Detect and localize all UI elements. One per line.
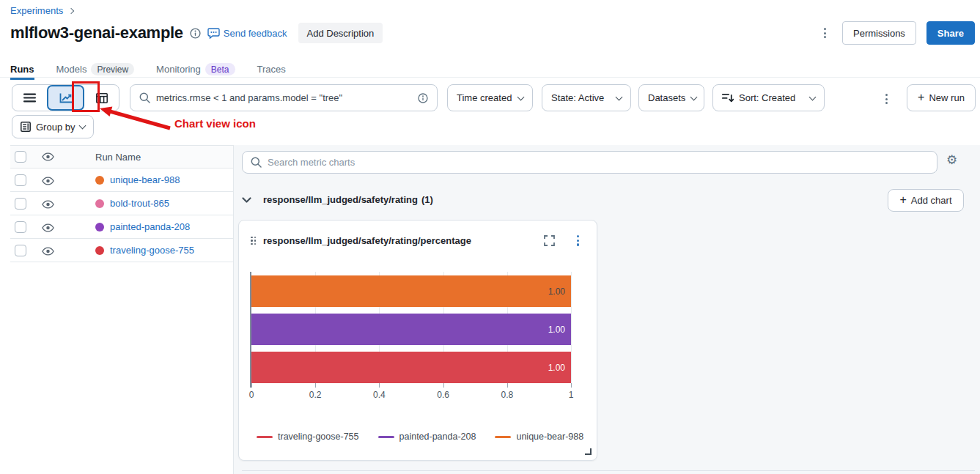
tab-traces[interactable]: Traces — [257, 64, 286, 75]
metric-charts-search-input[interactable] — [268, 157, 929, 168]
run-color-dot — [95, 223, 104, 232]
bar-painted-panda-208[interactable]: 1.00 — [251, 314, 571, 345]
plus-icon: + — [918, 91, 924, 104]
legend-item[interactable]: traveling-goose-755 — [257, 432, 359, 442]
send-feedback-label: Send feedback — [224, 28, 287, 39]
drag-handle-icon[interactable] — [251, 237, 256, 245]
x-tick-mark — [379, 383, 380, 388]
x-tick-label: 0.6 — [437, 390, 449, 400]
legend-item[interactable]: unique-bear-988 — [495, 432, 583, 442]
annotation-label: Chart view icon — [174, 117, 256, 130]
eye-icon[interactable] — [42, 175, 54, 188]
plus-icon: + — [900, 193, 907, 207]
eye-icon[interactable] — [42, 199, 54, 212]
preview-badge: Preview — [91, 63, 134, 75]
x-tick-mark — [315, 383, 316, 388]
state-filter[interactable]: State: Active — [542, 84, 631, 111]
legend-line-icon — [378, 436, 394, 438]
tabs-divider — [0, 77, 980, 78]
run-name-link[interactable]: unique-bear-988 — [110, 174, 180, 185]
list-view-button[interactable] — [12, 85, 47, 111]
metric-section-header: response/llm_judged/safety/rating(1) — [242, 194, 433, 205]
x-tick-label: 1 — [569, 390, 574, 400]
tab-runs[interactable]: Runs — [10, 64, 34, 75]
chart-card-header: response/llm_judged/safety/rating/percen… — [239, 221, 597, 251]
runs-table-header: Run Name — [10, 145, 233, 169]
run-color-dot — [95, 176, 104, 185]
metric-charts-search-box — [242, 151, 937, 174]
view-switcher — [12, 84, 119, 111]
x-tick-label: 0 — [249, 390, 254, 400]
row-checkbox[interactable] — [15, 221, 26, 233]
run-name-link[interactable]: traveling-goose-755 — [110, 245, 194, 256]
x-tick-label: 0.8 — [501, 390, 513, 400]
chart-legend: traveling-goose-755painted-panda-208uniq… — [257, 432, 591, 442]
info-icon[interactable] — [190, 28, 201, 39]
bar-unique-bear-988[interactable]: 1.00 — [251, 275, 571, 307]
resize-handle[interactable] — [585, 448, 592, 455]
run-name-link[interactable]: painted-panda-208 — [110, 221, 190, 232]
tab-monitoring[interactable]: MonitoringBeta — [156, 63, 235, 75]
chevron-down-icon — [809, 93, 817, 100]
chevron-down-icon — [517, 93, 525, 100]
table-row: bold-trout-865 — [10, 192, 233, 215]
breadcrumb-experiments-link[interactable]: Experiments — [10, 5, 63, 16]
table-icon — [96, 93, 108, 103]
toolbar-overflow-menu-icon[interactable] — [880, 89, 894, 108]
page-title: mlflow3-genai-example — [10, 23, 183, 42]
row-checkbox[interactable] — [15, 174, 26, 186]
row-checkbox[interactable] — [15, 245, 26, 256]
gridline — [571, 272, 572, 387]
expand-fullscreen-icon[interactable] — [544, 235, 555, 246]
send-feedback-link[interactable]: Send feedback — [207, 28, 287, 39]
new-run-button[interactable]: + New run — [907, 84, 976, 111]
eye-icon[interactable] — [42, 245, 54, 259]
time-created-filter[interactable]: Time created — [447, 84, 533, 111]
group-by-icon — [21, 122, 31, 132]
bar-traveling-goose-755[interactable]: 1.00 — [251, 352, 571, 383]
sort-icon — [722, 93, 734, 103]
x-tick-mark — [443, 383, 444, 388]
add-chart-button[interactable]: + Add chart — [888, 189, 964, 212]
eye-icon[interactable] — [42, 152, 54, 163]
search-icon — [251, 157, 262, 168]
legend-line-icon — [257, 436, 273, 438]
chevron-right-icon — [68, 8, 74, 14]
sort-dropdown[interactable]: Sort: Created — [712, 84, 825, 111]
gear-icon[interactable]: ⚙ — [946, 154, 957, 166]
run-name-link[interactable]: bold-trout-865 — [110, 198, 169, 209]
beta-badge: Beta — [205, 63, 235, 75]
table-row: painted-panda-208 — [10, 215, 233, 239]
runs-search-box — [130, 84, 438, 111]
permissions-button[interactable]: Permissions — [842, 21, 916, 45]
search-info-icon[interactable] — [418, 93, 428, 103]
row-checkbox[interactable] — [15, 198, 26, 210]
share-button[interactable]: Share — [926, 21, 975, 45]
select-all-checkbox[interactable] — [15, 151, 26, 163]
speech-bubble-icon — [207, 28, 220, 39]
table-view-button[interactable] — [84, 85, 119, 111]
table-row: unique-bear-988 — [10, 169, 233, 192]
chart-overflow-menu-icon[interactable] — [571, 231, 585, 251]
chevron-down-icon — [79, 122, 86, 130]
section-divider — [242, 470, 975, 471]
tab-models[interactable]: ModelsPreview — [56, 63, 135, 75]
x-tick-label: 0.4 — [373, 390, 386, 400]
chevron-down-icon — [690, 93, 698, 100]
runs-search-input[interactable] — [156, 92, 412, 103]
group-by-button[interactable]: Group by — [12, 115, 94, 138]
legend-item[interactable]: painted-panda-208 — [378, 432, 476, 442]
header-actions: Permissions Share — [818, 21, 975, 45]
datasets-filter[interactable]: Datasets — [638, 84, 704, 111]
x-tick-mark — [251, 383, 252, 388]
overflow-menu-icon[interactable] — [818, 23, 832, 42]
chart-view-icon — [59, 93, 73, 103]
chart-view-button[interactable] — [47, 85, 84, 111]
chart-title: response/llm_judged/safety/rating/percen… — [263, 235, 537, 246]
page-header: mlflow3-genai-example Send feedback Add … — [10, 22, 383, 44]
run-name-column-header: Run Name — [95, 152, 141, 163]
eye-icon[interactable] — [42, 222, 54, 235]
add-description-button[interactable]: Add Description — [298, 23, 383, 43]
chevron-down-icon[interactable] — [242, 197, 251, 203]
mlflow-experiment-page: Experiments mlflow3-genai-example Send f… — [0, 0, 980, 474]
